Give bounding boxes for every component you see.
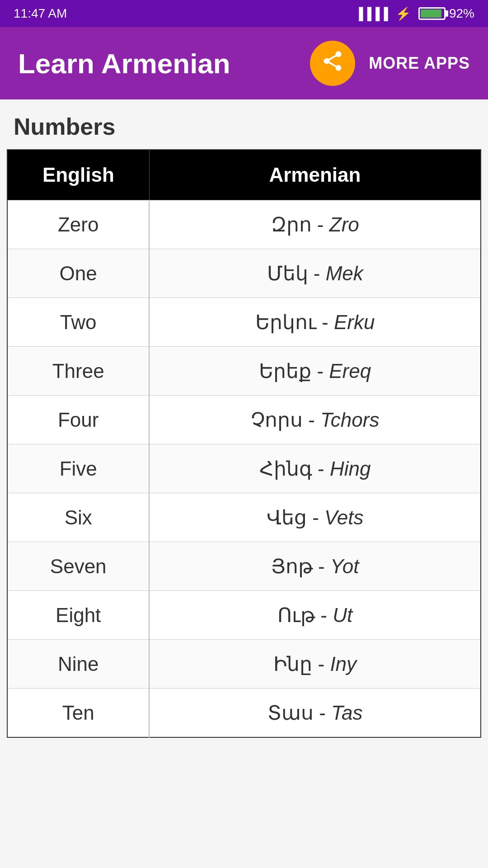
armenian-cell: Երեք - Ereq	[149, 347, 481, 396]
table-row: FourՉորս - Tchors	[7, 396, 481, 444]
share-icon	[321, 49, 344, 78]
table-row: TenՏաս - Tas	[7, 689, 481, 738]
english-cell: Zero	[7, 200, 149, 249]
numbers-table: English Armenian ZeroԶրո - ZroOneՄեկ - M…	[7, 149, 481, 738]
signal-icon: ▐▐▐▐	[355, 7, 388, 21]
table-row: SevenՅոթ - Yot	[7, 542, 481, 591]
armenian-cell: Յոթ - Yot	[149, 542, 481, 591]
table-row: SixՎեց - Vets	[7, 493, 481, 542]
status-bar-right: ▐▐▐▐ ⚡ 92%	[355, 6, 474, 21]
transliteration: Zro	[329, 213, 359, 236]
english-cell: Eight	[7, 591, 149, 640]
app-title: Learn Armenian	[18, 47, 296, 80]
transliteration: Erku	[334, 311, 375, 333]
english-cell: Six	[7, 493, 149, 542]
english-cell: Two	[7, 298, 149, 347]
armenian-cell: Ութ - Ut	[149, 591, 481, 640]
armenian-cell: Տաս - Tas	[149, 689, 481, 738]
bolt-icon: ⚡	[395, 6, 411, 21]
transliteration: Iny	[330, 653, 357, 675]
english-cell: Five	[7, 444, 149, 493]
table-row: TwoԵրկու - Erku	[7, 298, 481, 347]
table-header-row: English Armenian	[7, 150, 481, 200]
english-cell: Seven	[7, 542, 149, 591]
status-bar: 11:47 AM ▐▐▐▐ ⚡ 92%	[0, 0, 488, 27]
english-cell: Three	[7, 347, 149, 396]
transliteration: Mek	[326, 262, 363, 284]
share-button[interactable]	[310, 41, 355, 86]
armenian-cell: Մեկ - Mek	[149, 249, 481, 298]
armenian-cell: Զրո - Zro	[149, 200, 481, 249]
header-english: English	[7, 150, 149, 200]
armenian-cell: Հինգ - Hing	[149, 444, 481, 493]
table-row: OneՄեկ - Mek	[7, 249, 481, 298]
battery-bar	[418, 7, 446, 20]
english-cell: Ten	[7, 689, 149, 738]
table-row: EightՈւթ - Ut	[7, 591, 481, 640]
transliteration: Ereq	[329, 360, 371, 382]
armenian-cell: Վեց - Vets	[149, 493, 481, 542]
time-display: 11:47 AM	[14, 6, 67, 21]
table-row: FiveՀինգ - Hing	[7, 444, 481, 493]
app-bar: Learn Armenian MORE APPS	[0, 27, 488, 99]
more-apps-button[interactable]: MORE APPS	[369, 54, 470, 73]
transliteration: Tas	[331, 702, 362, 724]
battery-container: 92%	[418, 6, 474, 21]
table-row: ZeroԶրո - Zro	[7, 200, 481, 249]
table-row: ThreeԵրեք - Ereq	[7, 347, 481, 396]
armenian-cell: Չորս - Tchors	[149, 396, 481, 444]
transliteration: Ut	[333, 604, 352, 626]
transliteration: Hing	[330, 458, 371, 480]
battery-fill	[421, 9, 441, 18]
english-cell: Four	[7, 396, 149, 444]
transliteration: Yot	[330, 555, 359, 577]
armenian-cell: Ինը - Iny	[149, 640, 481, 689]
section-title: Numbers	[0, 99, 488, 149]
armenian-cell: Երկու - Erku	[149, 298, 481, 347]
english-cell: One	[7, 249, 149, 298]
transliteration: Tchors	[320, 409, 379, 431]
header-armenian: Armenian	[149, 150, 481, 200]
transliteration: Vets	[324, 506, 363, 528]
english-cell: Nine	[7, 640, 149, 689]
battery-percent: 92%	[449, 6, 474, 21]
table-row: NineԻնը - Iny	[7, 640, 481, 689]
